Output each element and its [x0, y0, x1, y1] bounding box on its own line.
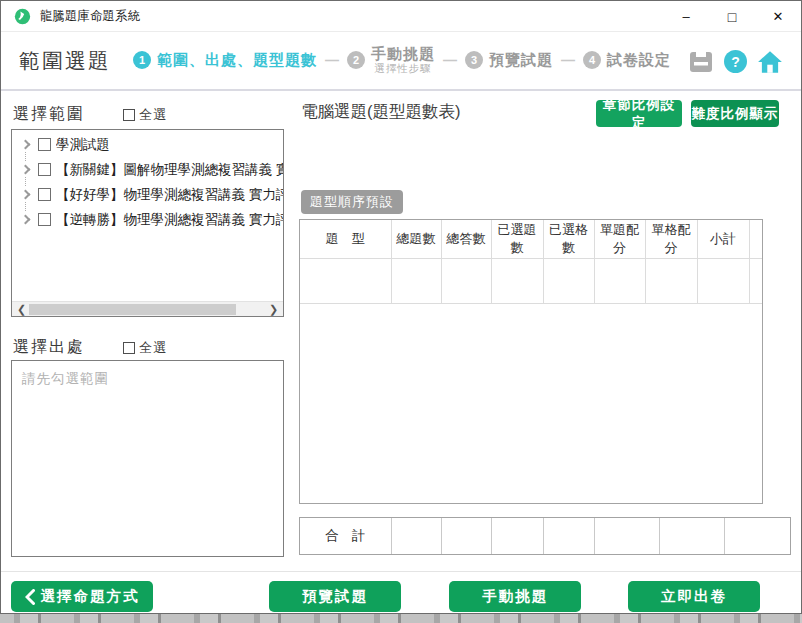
minimize-button[interactable]: – — [663, 1, 709, 32]
scrollbar-thumb[interactable] — [29, 304, 236, 315]
question-type-table: 題 型 總題數 總答數 已選題數 已選格數 單題配分 單格配分 小計 — [300, 220, 762, 304]
item-checkbox[interactable] — [38, 138, 51, 151]
scroll-right-icon[interactable]: ❯ — [266, 302, 281, 317]
scroll-left-icon[interactable]: ❮ — [14, 302, 29, 317]
computer-selection-title: 電腦選題(題型題數表) — [301, 101, 461, 123]
cell[interactable] — [391, 258, 441, 303]
close-button[interactable]: ✕ — [755, 1, 801, 32]
total-cell — [594, 518, 659, 554]
total-label: 合 計 — [300, 518, 391, 554]
source-select-all[interactable]: 全選 — [123, 339, 167, 357]
back-to-method-button[interactable]: 選擇命題方式 — [11, 581, 153, 612]
expander-icon[interactable] — [21, 140, 31, 150]
window-title: 龍騰題庫命題系統 — [40, 8, 140, 25]
cell[interactable] — [645, 258, 697, 303]
range-tree-item[interactable]: 【新關鍵】圖解物理學測總複習講義 實力評量 — [12, 157, 283, 182]
help-icon[interactable]: ? — [724, 50, 747, 73]
step-3-preview[interactable]: 3 預覽試題 — [465, 51, 553, 70]
total-cell — [659, 518, 724, 554]
save-icon[interactable] — [688, 49, 714, 75]
col-points-per-blank: 單格配分 — [645, 220, 697, 258]
cell[interactable] — [594, 258, 645, 303]
cell[interactable] — [697, 258, 749, 303]
total-cell — [724, 518, 790, 554]
range-tree-item[interactable]: 【好好學】物理學測總複習講義 實力評量 — [12, 182, 283, 207]
app-window: 龍騰題庫命題系統 – □ ✕ 範圍選題 1 範圍、出處、題型題數 — 2 手動挑… — [0, 0, 802, 614]
chapter-ratio-button[interactable]: 章節比例設定 — [596, 100, 682, 127]
col-points-per-question: 單題配分 — [594, 220, 645, 258]
range-section-title: 選擇範圍 — [13, 104, 85, 125]
range-tree-panel: 學測試題 【新關鍵】圖解物理學測總複習講義 實力評量 【好好學】物理學測總複習講… — [11, 129, 284, 317]
step-2-circle: 2 — [347, 51, 365, 69]
cell[interactable] — [441, 258, 491, 303]
home-icon[interactable] — [757, 49, 783, 75]
col-total-answers: 總答數 — [441, 220, 491, 258]
step-1-circle: 1 — [133, 51, 151, 69]
source-select-all-checkbox[interactable] — [123, 342, 135, 354]
range-tree-item[interactable]: 【逆轉勝】物理學測總複習講義 實力評量 — [12, 207, 283, 232]
step-separator: — — [443, 52, 457, 68]
table-row — [300, 258, 762, 303]
total-cell — [391, 518, 441, 554]
total-cell — [441, 518, 491, 554]
range-select-all-checkbox[interactable] — [123, 109, 135, 121]
wizard-steps: 1 範圍、出處、題型題數 — 2 手動挑題 選擇性步驟 — 3 預覽試題 — 4… — [133, 46, 671, 74]
total-cell — [543, 518, 594, 554]
horizontal-scrollbar[interactable]: ❮ ❯ — [12, 301, 283, 316]
expander-icon[interactable] — [21, 165, 31, 175]
wizard-nav: 範圍選題 1 範圍、出處、題型題數 — 2 手動挑題 選擇性步驟 — 3 預覽試… — [1, 32, 801, 91]
maximize-button[interactable]: □ — [709, 1, 755, 32]
col-subtotal: 小計 — [697, 220, 749, 258]
step-4-paper-settings[interactable]: 4 試卷設定 — [583, 51, 671, 70]
total-row: 合 計 — [300, 518, 790, 554]
taskbar-edge — [0, 614, 802, 623]
col-total-questions: 總題數 — [391, 220, 441, 258]
range-tree-item[interactable]: 學測試題 — [12, 132, 283, 157]
manual-pick-button[interactable]: 手動挑題 — [449, 581, 581, 612]
total-cell — [491, 518, 543, 554]
question-type-table-container: 題 型 總題數 總答數 已選題數 已選格數 單題配分 單格配分 小計 — [299, 219, 763, 504]
page-title: 範圍選題 — [19, 47, 111, 75]
preview-questions-button[interactable]: 預覽試題 — [269, 581, 401, 612]
table-header-row: 題 型 總題數 總答數 已選題數 已選格數 單題配分 單格配分 小計 — [300, 220, 762, 258]
col-extra — [749, 220, 762, 258]
cell[interactable] — [491, 258, 543, 303]
step-separator: — — [561, 52, 575, 68]
source-placeholder: 請先勾選範圍 — [22, 370, 283, 388]
step-2-manual-pick[interactable]: 2 手動挑題 選擇性步驟 — [347, 46, 435, 74]
cell — [749, 258, 762, 303]
total-row-container: 合 計 — [299, 517, 791, 555]
total-table: 合 計 — [300, 518, 790, 554]
range-select-all[interactable]: 全選 — [123, 106, 167, 124]
back-chevron-icon — [25, 589, 35, 605]
difficulty-ratio-button[interactable]: 難度比例顯示 — [691, 100, 779, 127]
source-list-panel: 請先勾選範圍 — [11, 360, 284, 557]
bottom-divider — [1, 571, 801, 572]
step-separator: — — [325, 52, 339, 68]
expander-icon[interactable] — [21, 190, 31, 200]
title-bar: 龍騰題庫命題系統 – □ ✕ — [1, 1, 801, 32]
app-logo-icon — [14, 8, 31, 25]
col-question-type: 題 型 — [300, 220, 391, 258]
question-order-badge[interactable]: 題型順序預設 — [301, 190, 403, 214]
cell[interactable] — [543, 258, 594, 303]
item-checkbox[interactable] — [38, 163, 51, 176]
item-checkbox[interactable] — [38, 188, 51, 201]
step-1-range[interactable]: 1 範圍、出處、題型題數 — [133, 51, 317, 70]
col-selected-blanks: 已選格數 — [543, 220, 594, 258]
item-checkbox[interactable] — [38, 213, 51, 226]
step-4-circle: 4 — [583, 51, 601, 69]
source-section-title: 選擇出處 — [13, 337, 85, 358]
generate-paper-button[interactable]: 立即出卷 — [628, 581, 760, 612]
expander-icon[interactable] — [21, 215, 31, 225]
cell[interactable] — [300, 258, 391, 303]
step-3-circle: 3 — [465, 51, 483, 69]
col-selected-questions: 已選題數 — [491, 220, 543, 258]
